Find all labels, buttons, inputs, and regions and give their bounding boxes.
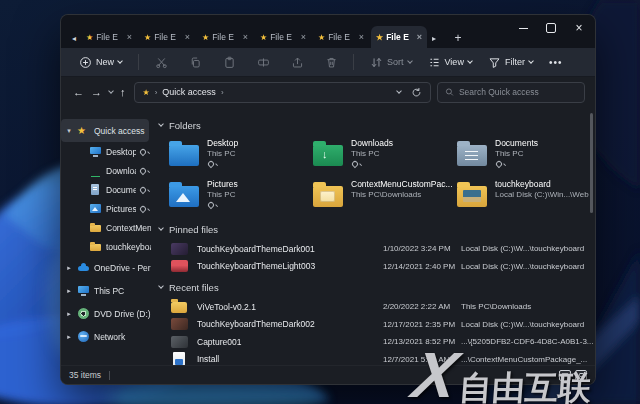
toolbar-disabled-button[interactable] xyxy=(319,51,343,73)
maximize-button[interactable] xyxy=(537,17,565,39)
view-label: View xyxy=(445,57,464,67)
sidebar-item[interactable]: ▸ DVD Drive (D:) CCC xyxy=(61,302,151,325)
folder-location: Local Disk (C:)\Win...\Web xyxy=(495,190,589,199)
file-row[interactable]: ViVeTool-v0.2.1 2/20/2022 2:22 AM This P… xyxy=(159,298,595,316)
tree-chevron-icon[interactable]: ▾ xyxy=(65,127,73,135)
section-header-folders[interactable]: Folders xyxy=(159,117,595,133)
collapse-chevron-icon[interactable] xyxy=(158,121,164,127)
tab-label: File E xyxy=(212,32,240,42)
tab-close-icon[interactable]: × xyxy=(359,33,364,42)
collapse-chevron-icon[interactable] xyxy=(158,283,164,289)
address-dropdown-icon[interactable] xyxy=(396,88,402,94)
tab-close-icon[interactable]: × xyxy=(243,33,248,42)
toolbar-disabled-button[interactable] xyxy=(217,51,241,73)
address-bar[interactable]: › Quick access › xyxy=(134,82,432,103)
toolbar-disabled-button[interactable] xyxy=(285,51,309,73)
search-icon xyxy=(445,87,454,97)
pin-icon xyxy=(139,166,147,174)
breadcrumb[interactable]: Quick access xyxy=(162,87,216,97)
up-button[interactable]: ↑ xyxy=(120,86,126,98)
back-button[interactable]: ← xyxy=(73,86,84,98)
tab-close-icon[interactable]: × xyxy=(185,33,190,42)
folder-icon xyxy=(457,186,487,207)
folder-location: This PC\Downloads xyxy=(351,190,453,199)
folder-tile[interactable]: Desktop This PC xyxy=(169,136,313,174)
file-path: ...\ContextMenuCustomPackage_... xyxy=(461,355,595,364)
tree-chevron-icon[interactable]: ▸ xyxy=(65,287,73,295)
filter-button[interactable]: Filter xyxy=(482,51,539,73)
section-header-recent-files[interactable]: Recent files xyxy=(159,279,595,295)
sidebar-item[interactable]: Desktop xyxy=(61,142,151,161)
search-input[interactable] xyxy=(459,87,577,97)
toolbar-disabled-button[interactable] xyxy=(251,51,275,73)
file-row[interactable]: TouchKeyboardThemeDark002 12/17/2021 2:3… xyxy=(159,316,595,334)
sidebar-item[interactable]: Documents xyxy=(61,180,151,199)
folder-tile[interactable]: Downloads This PC xyxy=(313,136,457,174)
tree-chevron-icon[interactable]: ▸ xyxy=(65,333,73,341)
forward-button[interactable]: → xyxy=(91,86,102,98)
sidebar-item-label: Desktop xyxy=(106,147,136,157)
folder-tile[interactable]: ContextMenuCustomPac... This PC\Download… xyxy=(313,177,457,215)
file-name: Capture001 xyxy=(197,337,383,347)
file-row[interactable]: Install 12/7/2021 5:10 AM ...\ContextMen… xyxy=(159,351,595,366)
tab-close-icon[interactable]: × xyxy=(417,33,422,42)
view-button[interactable]: View xyxy=(422,51,478,73)
file-icon xyxy=(173,352,185,365)
toolbar-disabled-button[interactable] xyxy=(149,51,173,73)
vertical-scrollbar[interactable] xyxy=(590,113,593,213)
tree-chevron-icon[interactable]: ▸ xyxy=(65,310,73,318)
explorer-tab[interactable]: File E × xyxy=(197,26,253,48)
minimize-button[interactable] xyxy=(509,17,537,39)
close-button[interactable]: × xyxy=(565,17,593,39)
view-toggles xyxy=(559,370,587,381)
folder-tile[interactable]: touchkeyboard Local Disk (C:)\Win...\Web xyxy=(457,177,595,215)
folder-tile[interactable]: Documents This PC xyxy=(457,136,595,174)
sidebar-item[interactable]: ▸ This PC xyxy=(61,279,151,302)
explorer-tab[interactable]: File E × xyxy=(313,26,369,48)
toolbar-disabled-button[interactable] xyxy=(183,51,207,73)
explorer-tab[interactable]: File E × xyxy=(81,26,137,48)
sidebar-item-label: This PC xyxy=(94,286,151,296)
sidebar-item[interactable]: ▸ OneDrive - Personal xyxy=(61,256,151,279)
history-chevron-icon[interactable] xyxy=(108,88,114,94)
sidebar-item[interactable]: ContextMenuCust xyxy=(61,218,151,237)
sidebar-item[interactable]: Downloads xyxy=(61,161,151,180)
section-header-pinned-files[interactable]: Pinned files xyxy=(159,221,595,237)
sort-button[interactable]: Sort xyxy=(364,51,418,73)
new-button[interactable]: New xyxy=(73,51,128,73)
folder-tile-text: ContextMenuCustomPac... This PC\Download… xyxy=(351,179,453,199)
folder-tile[interactable]: Pictures This PC xyxy=(169,177,313,215)
new-icon xyxy=(79,56,92,69)
explorer-tab[interactable]: File E × xyxy=(255,26,311,48)
sidebar-item[interactable]: touchkeyboard xyxy=(61,237,151,256)
explorer-tab[interactable]: File E × xyxy=(139,26,195,48)
explorer-tab[interactable]: File E × xyxy=(371,26,427,48)
tab-scroll-left-button[interactable]: ◂ xyxy=(67,28,81,48)
refresh-icon[interactable] xyxy=(411,87,422,98)
tab-close-icon[interactable]: × xyxy=(127,33,132,42)
folder-icon xyxy=(313,186,343,207)
sidebar-item[interactable]: Pictures xyxy=(61,199,151,218)
desktop-screen: ◂ File E × File E × xyxy=(0,0,640,404)
file-row[interactable]: TouchKeyboardThemeDark001 1/10/2022 3:24… xyxy=(159,240,595,258)
search-box[interactable] xyxy=(437,82,585,103)
folder-tile-text: Documents This PC xyxy=(495,138,538,167)
sidebar-item[interactable]: ▾ Quick access xyxy=(61,119,149,142)
window-controls: × xyxy=(509,17,593,41)
details-view-button[interactable] xyxy=(559,370,571,381)
sidebar-item-label: touchkeyboard xyxy=(106,242,151,252)
pin-icon xyxy=(207,160,215,168)
tab-scroll-right-button[interactable]: ▸ xyxy=(427,28,441,48)
tab-label: File E xyxy=(328,32,356,42)
more-options-button[interactable]: ••• xyxy=(543,57,569,68)
folder-tiles: Desktop This PC Downloads This PC xyxy=(159,136,595,215)
icons-view-button[interactable] xyxy=(575,370,587,381)
new-tab-button[interactable]: + xyxy=(449,28,467,48)
sidebar-item-icon xyxy=(89,145,102,158)
file-row[interactable]: TouchKeyboardThemeLight003 12/14/2021 2:… xyxy=(159,258,595,276)
sidebar-item[interactable]: ▸ Network xyxy=(61,325,151,348)
file-row[interactable]: Capture001 12/13/2021 8:52 PM ...\{5205D… xyxy=(159,333,595,351)
tree-chevron-icon[interactable]: ▸ xyxy=(65,264,73,272)
collapse-chevron-icon[interactable] xyxy=(158,225,164,231)
tab-close-icon[interactable]: × xyxy=(301,33,306,42)
